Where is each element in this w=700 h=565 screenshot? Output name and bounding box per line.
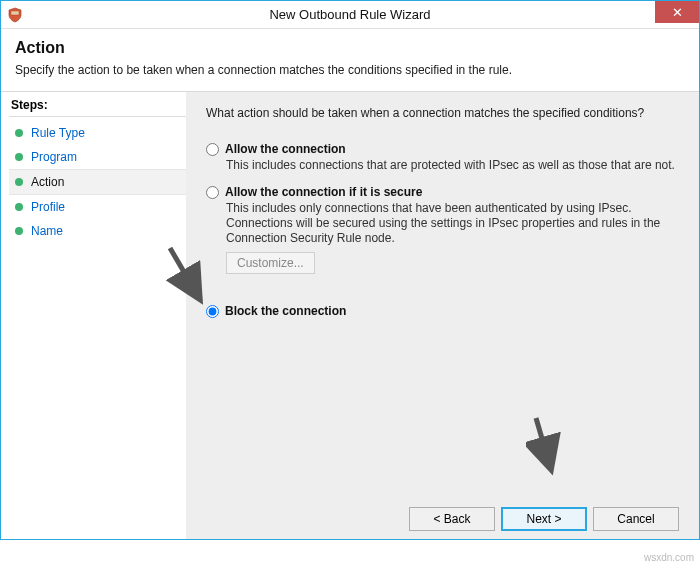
- step-bullet-icon: [15, 129, 23, 137]
- step-rule-type[interactable]: Rule Type: [9, 121, 186, 145]
- step-program[interactable]: Program: [9, 145, 186, 169]
- wizard-window: New Outbound Rule Wizard ✕ Action Specif…: [0, 0, 700, 540]
- titlebar: New Outbound Rule Wizard ✕: [1, 1, 699, 29]
- page-title: Action: [15, 39, 685, 57]
- step-bullet-icon: [15, 227, 23, 235]
- step-label: Rule Type: [31, 126, 85, 140]
- steps-sidebar: Steps: Rule Type Program Action Profile …: [1, 92, 186, 539]
- step-label: Program: [31, 150, 77, 164]
- radio-allow[interactable]: [206, 143, 219, 156]
- step-name[interactable]: Name: [9, 219, 186, 243]
- option-block-label: Block the connection: [225, 304, 346, 318]
- step-bullet-icon: [15, 203, 23, 211]
- action-question: What action should be taken when a conne…: [206, 106, 679, 120]
- step-profile[interactable]: Profile: [9, 195, 186, 219]
- annotation-arrow-icon: [526, 412, 566, 482]
- radio-block[interactable]: [206, 305, 219, 318]
- wizard-body: Steps: Rule Type Program Action Profile …: [1, 92, 699, 539]
- option-allow-desc: This includes connections that are prote…: [226, 158, 679, 173]
- window-title: New Outbound Rule Wizard: [1, 7, 699, 22]
- option-allow-secure-label: Allow the connection if it is secure: [225, 185, 422, 199]
- close-button[interactable]: ✕: [655, 1, 699, 23]
- step-bullet-icon: [15, 153, 23, 161]
- close-icon: ✕: [672, 5, 683, 20]
- step-label: Action: [31, 175, 64, 189]
- option-allow-secure-row[interactable]: Allow the connection if it is secure: [206, 185, 679, 199]
- page-subtitle: Specify the action to be taken when a co…: [15, 63, 685, 77]
- step-label: Profile: [31, 200, 65, 214]
- option-allow: Allow the connection This includes conne…: [206, 142, 679, 173]
- option-allow-secure: Allow the connection if it is secure Thi…: [206, 185, 679, 274]
- next-button[interactable]: Next >: [501, 507, 587, 531]
- option-block: Block the connection: [206, 304, 679, 318]
- customize-button: Customize...: [226, 252, 315, 274]
- wizard-header: Action Specify the action to be taken wh…: [1, 29, 699, 92]
- step-action[interactable]: Action: [9, 169, 186, 195]
- option-allow-label: Allow the connection: [225, 142, 346, 156]
- back-button[interactable]: < Back: [409, 507, 495, 531]
- svg-line-2: [536, 418, 550, 466]
- steps-heading: Steps:: [9, 98, 186, 117]
- radio-allow-secure[interactable]: [206, 186, 219, 199]
- cancel-button[interactable]: Cancel: [593, 507, 679, 531]
- step-label: Name: [31, 224, 63, 238]
- option-allow-secure-desc: This includes only connections that have…: [226, 201, 679, 246]
- watermark: wsxdn.com: [644, 552, 694, 563]
- option-allow-row[interactable]: Allow the connection: [206, 142, 679, 156]
- step-bullet-icon: [15, 178, 23, 186]
- option-block-row[interactable]: Block the connection: [206, 304, 679, 318]
- main-panel: What action should be taken when a conne…: [186, 92, 699, 539]
- wizard-footer: < Back Next > Cancel: [206, 497, 679, 531]
